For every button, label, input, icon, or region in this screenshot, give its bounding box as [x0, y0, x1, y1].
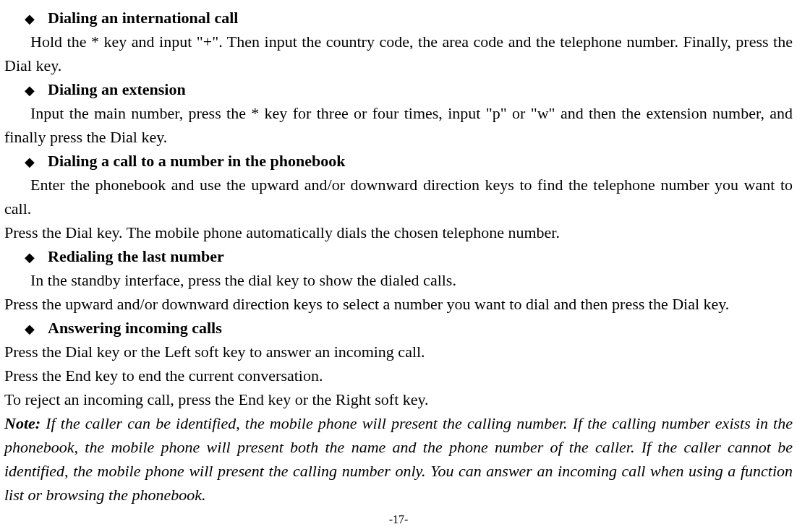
- section-body: Press the Dial key or the Left soft key …: [4, 340, 793, 364]
- section-body: Press the Dial key. The mobile phone aut…: [4, 220, 793, 244]
- note-paragraph: Note: If the caller can be identified, t…: [4, 411, 793, 507]
- diamond-bullet-icon: ◆: [25, 319, 35, 339]
- section-header-international: ◆ Dialing an international call: [25, 6, 793, 30]
- section-body: In the standby interface, press the dial…: [4, 268, 793, 292]
- section-header-redial: ◆ Redialing the last number: [25, 244, 793, 268]
- section-body: Press the End key to end the current con…: [4, 364, 793, 387]
- section-body: Enter the phonebook and use the upward a…: [4, 173, 793, 220]
- section-header-extension: ◆ Dialing an extension: [25, 77, 793, 101]
- diamond-bullet-icon: ◆: [25, 153, 35, 172]
- page-number: -17-: [4, 511, 793, 528]
- note-label: Note:: [4, 414, 41, 432]
- diamond-bullet-icon: ◆: [25, 9, 35, 29]
- diamond-bullet-icon: ◆: [25, 81, 35, 100]
- section-body: To reject an incoming call, press the En…: [4, 387, 793, 411]
- section-body: Press the upward and/or downward directi…: [4, 292, 793, 316]
- section-title: Redialing the last number: [48, 244, 224, 268]
- section-title: Dialing an international call: [48, 6, 238, 30]
- section-header-phonebook: ◆ Dialing a call to a number in the phon…: [25, 149, 793, 173]
- diamond-bullet-icon: ◆: [25, 248, 35, 267]
- section-title: Dialing a call to a number in the phoneb…: [48, 149, 346, 173]
- section-body: Hold the * key and input "+". Then input…: [4, 30, 793, 77]
- note-text: If the caller can be identified, the mob…: [4, 414, 793, 504]
- section-title: Dialing an extension: [48, 77, 186, 101]
- section-header-answering: ◆ Answering incoming calls: [25, 316, 793, 340]
- section-body: Input the main number, press the * key f…: [4, 101, 793, 149]
- section-title: Answering incoming calls: [48, 316, 222, 340]
